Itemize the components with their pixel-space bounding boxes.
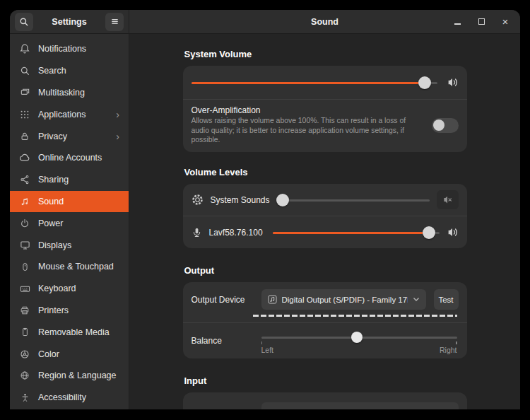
- sidebar-item-applications[interactable]: Applications ›: [10, 103, 129, 125]
- system-volume-heading: System Volume: [184, 49, 467, 59]
- share-icon: [19, 174, 30, 185]
- hamburger-icon: [110, 17, 119, 26]
- sidebar-item-displays[interactable]: Displays: [10, 234, 129, 256]
- content-headerbar: Sound ×: [129, 10, 520, 34]
- volume-high-icon[interactable]: [447, 226, 459, 238]
- system-volume-slider-handle[interactable]: [418, 76, 431, 89]
- over-amplification-description: Allows raising the volume above 100%. Th…: [192, 116, 425, 145]
- sidebar-item-accessibility[interactable]: Accessibility: [10, 387, 129, 409]
- close-button[interactable]: ×: [500, 17, 510, 27]
- sidebar-item-sound[interactable]: Sound: [10, 191, 129, 213]
- over-amplification-toggle[interactable]: [432, 118, 459, 133]
- color-wheel-icon: [19, 349, 30, 360]
- minimize-button[interactable]: [452, 17, 462, 27]
- accessibility-icon: [19, 392, 30, 403]
- power-icon: [19, 218, 30, 229]
- system-volume-card: Over-Amplification Allows raising the vo…: [183, 66, 467, 152]
- removable-media-icon: [19, 327, 30, 338]
- input-card: Input Device Configuration: [183, 392, 467, 409]
- app-stream-label: Lavf58.76.100: [209, 228, 263, 238]
- balance-slider[interactable]: [261, 332, 457, 343]
- cloud-icon: [19, 152, 30, 163]
- balance-right-label: Right: [440, 346, 457, 354]
- app-stream-slider[interactable]: [273, 226, 440, 239]
- input-device-label: Input Device: [192, 408, 261, 409]
- sidebar: Notifications Search Multitasking Applic…: [10, 34, 129, 409]
- sidebar-item-notifications[interactable]: Notifications: [10, 38, 129, 60]
- globe-icon: [19, 370, 30, 381]
- chevron-right-icon: ›: [116, 131, 119, 142]
- output-device-label: Output Device: [192, 295, 261, 305]
- sidebar-item-region-language[interactable]: Region & Language: [10, 365, 129, 387]
- display-icon: [19, 240, 30, 251]
- sidebar-item-search[interactable]: Search: [10, 60, 129, 82]
- balance-left-label: Left: [261, 346, 274, 354]
- output-heading: Output: [184, 265, 467, 276]
- search-icon: [19, 65, 30, 76]
- volume-high-icon[interactable]: [447, 76, 459, 88]
- maximize-button[interactable]: [476, 17, 486, 27]
- microphone-icon: [192, 227, 202, 238]
- sidebar-item-mouse-touchpad[interactable]: Mouse & Touchpad: [10, 256, 129, 278]
- printer-icon: [19, 305, 30, 316]
- app-stream-slider-handle[interactable]: [423, 226, 435, 239]
- music-note-icon: [19, 196, 30, 207]
- system-sounds-slider-handle[interactable]: [276, 194, 289, 206]
- test-speakers-button[interactable]: Test: [434, 289, 459, 310]
- sidebar-headerbar: Settings: [10, 10, 129, 34]
- system-sounds-slider[interactable]: [280, 194, 430, 206]
- output-card: Output Device Digital Output (S/PDIF) - …: [183, 282, 467, 358]
- sound-panel: System Volume Over-Amplification Allows …: [129, 34, 520, 409]
- system-sounds-icon: [192, 194, 204, 206]
- balance-slider-handle[interactable]: [351, 332, 363, 343]
- app-title: Settings: [33, 17, 105, 27]
- sidebar-item-online-accounts[interactable]: Online Accounts: [10, 147, 129, 169]
- sidebar-item-sharing[interactable]: Sharing: [10, 169, 129, 191]
- output-device-dropdown[interactable]: Digital Output (S/PDIF) - Family 17h (Mo…: [261, 289, 426, 310]
- menu-button[interactable]: [105, 13, 124, 31]
- sidebar-item-privacy[interactable]: Privacy ›: [10, 125, 129, 147]
- lock-icon: [19, 131, 30, 142]
- over-amplification-title: Over-Amplification: [192, 105, 425, 115]
- mouse-icon: [19, 261, 30, 272]
- keyboard-icon: [19, 283, 30, 294]
- sidebar-item-power[interactable]: Power: [10, 212, 129, 234]
- search-button[interactable]: [15, 13, 33, 31]
- sidebar-item-printers[interactable]: Printers: [10, 300, 129, 322]
- input-device-dropdown[interactable]: [261, 402, 459, 409]
- chevron-down-icon: [413, 297, 420, 302]
- multitasking-icon: [19, 87, 30, 98]
- output-device-dashed-line: [253, 315, 457, 317]
- balance-label: Balance: [192, 329, 261, 354]
- window-controls: ×: [452, 10, 510, 33]
- sidebar-item-color[interactable]: Color: [10, 343, 129, 365]
- input-heading: Input: [184, 375, 467, 386]
- maximize-icon: [478, 18, 485, 25]
- volume-muted-icon: [442, 194, 453, 205]
- system-sounds-mute-button[interactable]: [437, 190, 459, 209]
- sidebar-item-keyboard[interactable]: Keyboard: [10, 278, 129, 300]
- search-icon: [19, 17, 29, 27]
- output-device-value: Digital Output (S/PDIF) - Family 17h (Mo…: [282, 296, 408, 304]
- system-volume-slider[interactable]: [192, 76, 437, 89]
- bell-icon: [19, 43, 30, 54]
- close-icon: ×: [502, 16, 509, 27]
- system-sounds-label: System Sounds: [211, 195, 270, 205]
- volume-levels-heading: Volume Levels: [184, 167, 467, 177]
- app-grid-icon: [19, 109, 30, 120]
- sidebar-item-removable-media[interactable]: Removable Media: [10, 321, 129, 343]
- settings-window: Settings Sound × Notifications Search Mu…: [10, 10, 520, 409]
- minimize-icon: [454, 23, 461, 25]
- chevron-right-icon: ›: [116, 109, 119, 120]
- audio-card-icon: [268, 295, 277, 304]
- sidebar-item-multitasking[interactable]: Multitasking: [10, 82, 129, 104]
- volume-levels-card: System Sounds Lavf58.76.100: [183, 184, 467, 248]
